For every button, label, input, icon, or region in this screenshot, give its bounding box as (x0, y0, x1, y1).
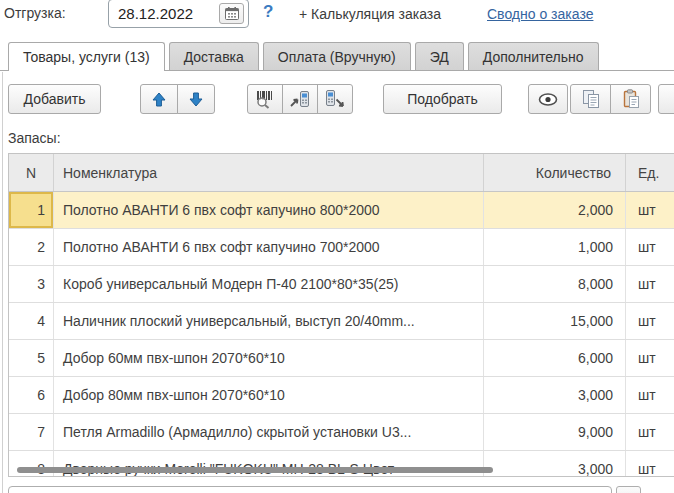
barcode-search-button[interactable] (247, 84, 283, 114)
row-number-cell[interactable]: 1 (9, 192, 54, 228)
overflow-toolbar-button[interactable] (658, 84, 674, 114)
move-up-button[interactable] (140, 84, 178, 114)
row-number-cell[interactable]: 4 (9, 303, 54, 339)
unit-cell[interactable]: шт (626, 303, 674, 339)
quantity-cell[interactable]: 1,000 (484, 229, 626, 265)
table-row[interactable]: 2 Полотно АВАНТИ 6 пвх софт капучино 700… (9, 229, 674, 266)
move-up-icon (152, 92, 166, 107)
order-form-window: Отгрузка: 28.12.2022 ? + Калькуляция зак… (0, 0, 674, 493)
row-number-cell[interactable]: 2 (9, 229, 54, 265)
order-summary-link[interactable]: Сводно о заказе (487, 6, 593, 22)
terminal-upload-button[interactable] (282, 84, 318, 114)
panel-left-border (2, 72, 3, 493)
move-down-button[interactable] (177, 84, 215, 114)
move-down-icon (189, 92, 203, 107)
help-icon[interactable]: ? (263, 2, 273, 22)
row-number-cell[interactable]: 7 (9, 414, 54, 450)
table-row[interactable]: 5 Добор 60мм пвх-шпон 2070*60*10 6,000 ш… (9, 340, 674, 377)
table-row[interactable]: 8 Дверные ручки Morelli "FUKOKU" MH-28 B… (9, 451, 674, 477)
calendar-icon (225, 7, 239, 20)
tab-1[interactable]: Доставка (169, 42, 259, 70)
terminal-download-button[interactable] (317, 84, 353, 114)
col-header-n[interactable]: N (9, 154, 54, 191)
col-header-unit[interactable]: Ед. (626, 154, 674, 191)
nomenclature-cell[interactable]: Короб универсальный Модерн П-40 2100*80*… (54, 266, 484, 302)
table-row[interactable]: 4 Наличник плоский универсальный, выступ… (9, 303, 674, 340)
tab-0[interactable]: Товары, услуги (13) (8, 42, 165, 71)
paste-button[interactable] (610, 84, 651, 114)
quantity-cell[interactable]: 2,000 (484, 192, 626, 228)
unit-cell[interactable]: шт (626, 377, 674, 413)
quantity-cell[interactable]: 3,000 (484, 377, 626, 413)
shipment-date-value[interactable]: 28.12.2022 (118, 5, 193, 22)
unit-cell[interactable]: шт (626, 192, 674, 228)
inventory-toolbar: Добавить (0, 84, 674, 114)
horizontal-scrollbar-thumb[interactable] (17, 467, 493, 473)
unit-cell[interactable]: шт (626, 451, 674, 477)
order-calculation-link[interactable]: + Калькуляция заказа (299, 6, 441, 22)
quantity-cell[interactable]: 8,000 (484, 266, 626, 302)
table-row[interactable]: 1 Полотно АВАНТИ 6 пвх софт капучино 800… (9, 192, 674, 229)
table-row[interactable]: 7 Петля Armadillo (Армадилло) скрытой ус… (9, 414, 674, 451)
table-row[interactable]: 3 Короб универсальный Модерн П-40 2100*8… (9, 266, 674, 303)
terminal-upload-icon (289, 89, 311, 109)
unit-cell[interactable]: шт (626, 229, 674, 265)
clipboard-group (570, 84, 651, 114)
inventory-table: N Номенклатура Количество Ед. 1 Полотно … (8, 153, 674, 477)
eye-icon (538, 93, 558, 106)
tabbar: Товары, услуги (13)ДоставкаОплата (Вручн… (8, 42, 599, 71)
table-header-row: N Номенклатура Количество Ед. (9, 154, 674, 192)
add-button[interactable]: Добавить (8, 84, 101, 114)
nomenclature-cell[interactable]: Полотно АВАНТИ 6 пвх софт капучино 800*2… (54, 192, 484, 228)
table-body: 1 Полотно АВАНТИ 6 пвх софт капучино 800… (9, 192, 674, 477)
unit-cell[interactable]: шт (626, 266, 674, 302)
unit-cell[interactable]: шт (626, 340, 674, 376)
calendar-picker-button[interactable] (219, 3, 244, 24)
nomenclature-cell[interactable]: Добор 80мм пвх-шпон 2070*60*10 (54, 377, 484, 413)
footer-field[interactable] (8, 486, 612, 493)
row-number-cell[interactable]: 5 (9, 340, 54, 376)
shipment-date-field[interactable]: 28.12.2022 (108, 0, 249, 28)
nomenclature-cell[interactable]: Дверные ручки Morelli "FUKOKU" MH-28 BL-… (54, 451, 484, 477)
nomenclature-cell[interactable]: Полотно АВАНТИ 6 пвх софт капучино 700*2… (54, 229, 484, 265)
view-group (528, 84, 568, 114)
copy-button[interactable] (570, 84, 611, 114)
barcode-scan-icon (254, 89, 276, 109)
view-button[interactable] (528, 84, 568, 114)
pick-items-button[interactable]: Подобрать (383, 84, 502, 114)
col-header-quantity[interactable]: Количество (484, 154, 626, 191)
terminal-download-icon (324, 89, 346, 109)
col-header-nomenclature[interactable]: Номенклатура (54, 154, 484, 191)
overflow-group (658, 84, 674, 114)
quantity-cell[interactable]: 3,000 (484, 451, 626, 477)
inventory-section-label: Запасы: (8, 130, 61, 146)
quantity-cell[interactable]: 6,000 (484, 340, 626, 376)
tab-3[interactable]: ЭД (415, 42, 464, 70)
nomenclature-cell[interactable]: Петля Armadillo (Армадилло) скрытой уста… (54, 414, 484, 450)
move-row-group (140, 84, 215, 114)
tab-2[interactable]: Оплата (Вручную) (263, 42, 411, 70)
row-number-cell[interactable]: 6 (9, 377, 54, 413)
footer-field-button[interactable] (616, 486, 641, 493)
barcode-group (247, 84, 353, 114)
unit-cell[interactable]: шт (626, 414, 674, 450)
nomenclature-cell[interactable]: Наличник плоский универсальный, выступ 2… (54, 303, 484, 339)
copy-icon (581, 89, 601, 109)
table-row[interactable]: 6 Добор 80мм пвх-шпон 2070*60*10 3,000 ш… (9, 377, 674, 414)
paste-icon (621, 89, 641, 109)
row-number-cell[interactable]: 8 (9, 451, 54, 477)
tab-4[interactable]: Дополнительно (468, 42, 599, 70)
quantity-cell[interactable]: 9,000 (484, 414, 626, 450)
nomenclature-cell[interactable]: Добор 60мм пвх-шпон 2070*60*10 (54, 340, 484, 376)
quantity-cell[interactable]: 15,000 (484, 303, 626, 339)
row-number-cell[interactable]: 3 (9, 266, 54, 302)
shipment-label: Отгрузка: (4, 5, 66, 21)
